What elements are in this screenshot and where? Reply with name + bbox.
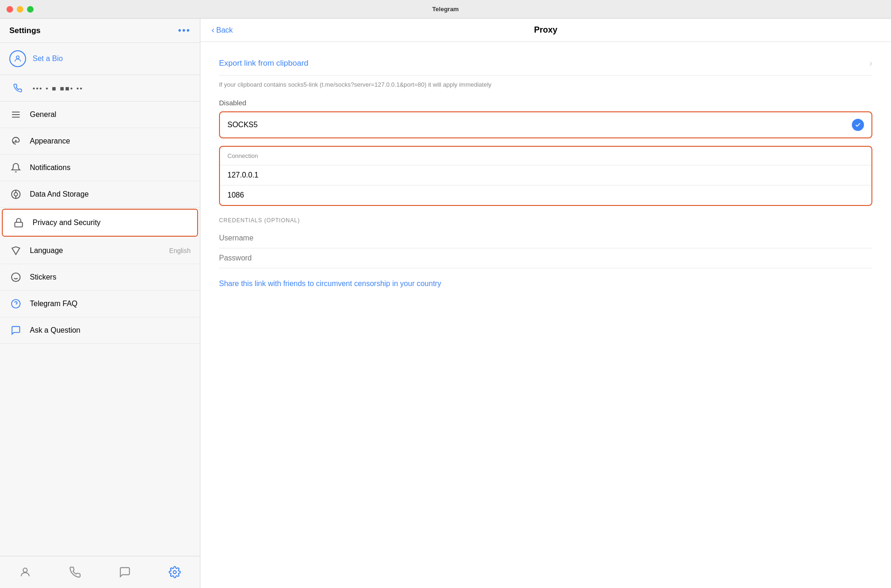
svg-point-4	[15, 140, 16, 141]
svg-point-17	[173, 571, 177, 574]
set-bio-row[interactable]: Set a Bio	[0, 43, 200, 75]
svg-marker-10	[12, 247, 20, 255]
phone-row[interactable]: ••• • ■ ■■• ••	[0, 75, 200, 102]
connection-header: Connection	[220, 147, 871, 165]
sidebar-item-stickers[interactable]: Stickers	[0, 264, 200, 291]
titlebar: Telegram	[0, 0, 891, 19]
window-title: Telegram	[432, 6, 459, 13]
bio-icon	[9, 50, 26, 67]
stickers-icon	[9, 271, 22, 284]
ask-question-icon	[9, 324, 22, 337]
general-icon	[9, 108, 22, 121]
username-row[interactable]	[219, 228, 872, 248]
appearance-label: Appearance	[30, 137, 191, 145]
back-button[interactable]: ‹ Back	[212, 25, 233, 35]
nav-list: General Appearance	[0, 102, 200, 344]
password-input[interactable]	[219, 254, 872, 262]
page-title: Proxy	[534, 25, 557, 35]
language-icon	[9, 244, 22, 257]
faq-icon	[9, 297, 22, 310]
main-header: ‹ Back Proxy	[200, 19, 891, 42]
sidebar-item-notifications[interactable]: Notifications	[0, 155, 200, 181]
sidebar-item-ask-question[interactable]: Ask a Question	[0, 317, 200, 344]
phone-icon	[9, 80, 26, 96]
back-label: Back	[216, 26, 233, 34]
app-container: Settings ••• Set a Bio ••• • ■ ■■• ••	[0, 19, 891, 588]
bottom-nav-settings[interactable]	[165, 563, 184, 581]
ask-question-label: Ask a Question	[30, 326, 191, 335]
sidebar-item-language[interactable]: Language English	[0, 238, 200, 264]
notifications-label: Notifications	[30, 164, 191, 172]
bottom-nav-contacts[interactable]	[16, 563, 34, 581]
data-storage-label: Data And Storage	[30, 190, 191, 198]
disabled-label: Disabled	[219, 99, 872, 107]
credentials-label: CREDENTIALS (OPTIONAL)	[219, 217, 872, 224]
proxy-type-box[interactable]: SOCKS5	[219, 111, 872, 138]
password-row[interactable]	[219, 248, 872, 268]
sidebar-item-general[interactable]: General	[0, 102, 200, 128]
close-button[interactable]	[7, 6, 13, 13]
language-value: English	[169, 247, 191, 254]
share-link[interactable]: Share this link with friends to circumve…	[219, 280, 872, 288]
general-label: General	[30, 110, 191, 119]
sidebar-header: Settings •••	[0, 19, 200, 43]
maximize-button[interactable]	[27, 6, 34, 13]
chevron-left-icon: ‹	[212, 25, 214, 35]
bottom-nav-chats[interactable]	[116, 563, 134, 581]
window-controls[interactable]	[7, 6, 34, 13]
main-content: ‹ Back Proxy Export link from clipboard …	[200, 19, 891, 588]
svg-rect-9	[15, 222, 23, 227]
svg-point-0	[16, 56, 19, 59]
chevron-right-icon: ›	[869, 58, 872, 68]
username-input[interactable]	[219, 234, 872, 242]
bottom-nav	[0, 556, 200, 588]
language-label: Language	[30, 246, 162, 255]
notifications-icon	[9, 161, 22, 174]
export-link-row[interactable]: Export link from clipboard ›	[219, 51, 872, 75]
connection-server[interactable]: 127.0.0.1	[220, 165, 871, 185]
sidebar: Settings ••• Set a Bio ••• • ■ ■■• ••	[0, 19, 200, 588]
phone-number: ••• • ■ ■■• ••	[33, 84, 83, 92]
more-options-button[interactable]: •••	[178, 25, 191, 36]
svg-point-6	[14, 192, 17, 196]
bottom-nav-calls[interactable]	[66, 563, 84, 581]
content-area: Export link from clipboard › If your cli…	[200, 42, 891, 588]
appearance-icon	[9, 135, 22, 148]
privacy-security-label: Privacy and Security	[33, 219, 188, 227]
sidebar-item-faq[interactable]: Telegram FAQ	[0, 291, 200, 317]
proxy-type-label: SOCKS5	[227, 121, 258, 129]
minimize-button[interactable]	[17, 6, 23, 13]
svg-point-11	[12, 273, 20, 281]
sidebar-item-privacy-security[interactable]: Privacy and Security	[2, 209, 198, 237]
faq-label: Telegram FAQ	[30, 300, 191, 308]
sidebar-item-appearance[interactable]: Appearance	[0, 128, 200, 155]
sidebar-title: Settings	[9, 26, 41, 35]
stickers-label: Stickers	[30, 273, 191, 281]
connection-port[interactable]: 1086	[220, 185, 871, 205]
connection-box: Connection 127.0.0.1 1086	[219, 146, 872, 206]
svg-point-16	[23, 568, 27, 572]
bio-label: Set a Bio	[33, 55, 63, 63]
export-description: If your clipboard contains socks5-link (…	[219, 75, 872, 99]
sidebar-item-data-storage[interactable]: Data And Storage	[0, 181, 200, 208]
privacy-security-icon	[12, 216, 25, 229]
data-storage-icon	[9, 188, 22, 201]
export-link-label: Export link from clipboard	[219, 59, 308, 68]
selected-check-icon	[852, 119, 864, 131]
